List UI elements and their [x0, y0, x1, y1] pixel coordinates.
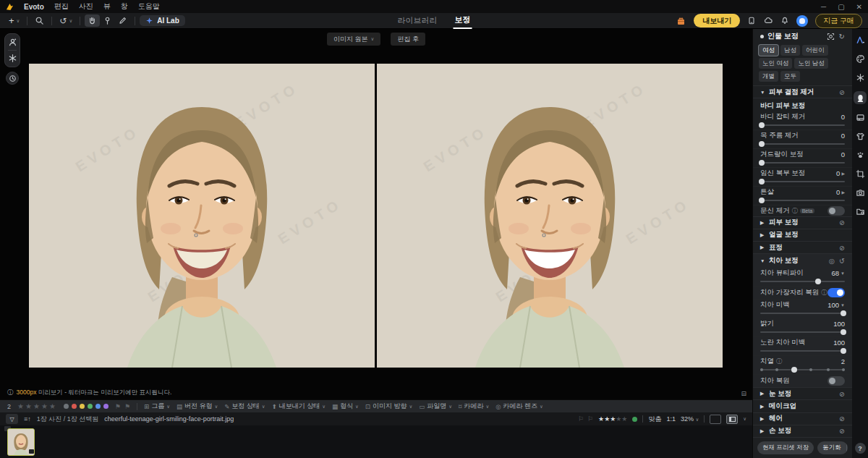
close-button[interactable]: ✕ — [856, 3, 862, 11]
manual-edit-icon[interactable]: ⊘ — [839, 390, 845, 398]
filter-group[interactable]: ⊞그룹∨ — [144, 402, 170, 411]
section-teeth[interactable]: ▼ 치아 보정 ◎↺ — [753, 253, 852, 268]
ai-lab-button[interactable]: AI Lab — [140, 15, 185, 26]
manual-edit-icon[interactable]: ⊘ — [839, 88, 845, 96]
menu-view[interactable]: 뷰 — [103, 1, 111, 12]
fit-button[interactable]: 맞춤 — [648, 415, 661, 424]
panel-toggle-icon[interactable]: ⊟ — [741, 390, 746, 397]
sort-button[interactable]: ≡↑ — [24, 415, 31, 423]
ai-tools-icon[interactable] — [855, 35, 866, 46]
zoom-level-select[interactable]: 32% ∨ — [681, 415, 699, 423]
stepped-slider-control[interactable] — [760, 367, 845, 373]
filter-format[interactable]: ▦형식∨ — [332, 402, 359, 411]
texture-mesh-icon[interactable] — [8, 54, 17, 63]
tag-all[interactable]: 모두 — [780, 71, 800, 82]
panel-reset-icon[interactable]: ↻ — [839, 33, 845, 41]
photo-before[interactable]: EVOTO EVOTO EVOTO EVOTO — [29, 64, 375, 368]
filter-camera[interactable]: ⌑카메라∨ — [459, 402, 489, 411]
tag-child[interactable]: 어린이 — [802, 45, 828, 56]
section-skin-blemish[interactable]: ▼ 피부 결점 제거 ⊘ — [753, 85, 852, 98]
user-avatar[interactable] — [796, 15, 808, 27]
manual-edit-icon[interactable]: ⊘ — [839, 244, 845, 252]
teeth-restore-toggle[interactable] — [827, 376, 845, 386]
portrait-panel-icon[interactable] — [854, 91, 867, 104]
slider-control[interactable] — [760, 179, 845, 185]
tag-female[interactable]: 여성 — [759, 45, 778, 56]
section-expression[interactable]: ▶ 표정 ⊘ — [753, 241, 852, 253]
cards-panel-icon[interactable] — [855, 112, 866, 123]
slider-control[interactable] — [760, 348, 845, 354]
slider-control[interactable] — [760, 279, 845, 284]
star-rating-filter[interactable]: ★★★★★ — [17, 402, 57, 410]
slider-control[interactable] — [760, 122, 845, 128]
tag-elderly-male[interactable]: 노인 남성 — [794, 58, 827, 69]
slider-control[interactable] — [760, 198, 845, 203]
brush-tool-button[interactable] — [115, 14, 130, 27]
portrait-adjust-icon[interactable] — [8, 38, 17, 47]
search-button[interactable] — [32, 14, 47, 27]
ratio-button[interactable]: 1:1 — [666, 415, 676, 423]
single-view-button[interactable] — [710, 415, 721, 424]
pin-tool-button[interactable] — [100, 14, 115, 27]
tag-elderly-female[interactable]: 노인 여성 — [759, 58, 792, 69]
teeth-edge-restore-toggle[interactable] — [827, 288, 845, 297]
menu-photo[interactable]: 사진 — [79, 1, 93, 12]
face-detect-icon[interactable] — [827, 33, 835, 41]
tattoo-removal-toggle[interactable] — [827, 206, 845, 216]
color-label-filter[interactable] — [64, 404, 109, 409]
promo-gift-icon[interactable] — [676, 16, 686, 26]
menu-help[interactable]: 도움말 — [138, 1, 160, 12]
paw-icon[interactable] — [855, 150, 866, 161]
section-makeup[interactable]: ▶ 메이크업 — [753, 399, 852, 412]
sync-button[interactable]: 동기화 ⚙ — [817, 441, 848, 454]
before-view-selector[interactable]: 이미지 원본∨ — [327, 33, 380, 46]
section-skin-retouch[interactable]: ▶ 피부 보정 ⊘ — [753, 216, 852, 229]
menu-edit[interactable]: 편집 — [54, 1, 69, 12]
filter-filename[interactable]: ▭파일명∨ — [419, 402, 452, 411]
minimize-button[interactable]: ─ — [821, 3, 826, 11]
tab-retouch[interactable]: 보정 — [454, 12, 472, 29]
photo-flags[interactable]: ⚐⚐ — [578, 415, 593, 423]
section-face-retouch[interactable]: ▶ 얼굴 보정 — [753, 229, 852, 241]
after-view-label[interactable]: 편집 후 — [391, 33, 425, 46]
folder-export-icon[interactable] — [855, 206, 866, 217]
manual-edit-icon[interactable]: ⊘ — [839, 219, 845, 226]
history-clock-button[interactable] — [6, 72, 19, 85]
device-card-icon[interactable] — [747, 16, 756, 25]
filter-retouch-status[interactable]: ✎보정 상태∨ — [224, 402, 265, 411]
compare-view-button[interactable] — [726, 415, 738, 424]
clothing-icon[interactable] — [855, 131, 866, 142]
save-preset-button[interactable]: 현재 프리셋 저장 — [757, 441, 814, 454]
funnel-filter-button[interactable]: ▽ — [6, 414, 18, 424]
color-palette-icon[interactable] — [855, 54, 866, 64]
manual-edit-icon[interactable]: ⊘ — [839, 427, 845, 435]
undo-button[interactable]: ↺∨ — [56, 14, 75, 27]
filter-export-status[interactable]: ⬆내보내기 상태∨ — [272, 402, 326, 411]
hand-tool-button[interactable] — [85, 14, 100, 27]
buy-now-button[interactable]: 지금 구매 — [815, 14, 862, 28]
slider-control[interactable] — [760, 310, 845, 316]
slider-control[interactable] — [760, 141, 845, 147]
reset-icon[interactable]: ↺ — [839, 257, 845, 265]
tag-individual[interactable]: 개별 — [759, 71, 778, 82]
photo-after[interactable]: EVOTO EVOTO EVOTO EVOTO — [377, 64, 723, 368]
menu-window[interactable]: 창 — [121, 1, 128, 12]
maximize-button[interactable]: ▢ — [838, 3, 844, 11]
view-mode-caret[interactable]: ∨ — [743, 416, 746, 422]
crop-icon[interactable] — [855, 169, 866, 179]
slider-control[interactable] — [760, 329, 845, 335]
sync-settings-icon[interactable]: ⚙ — [846, 442, 848, 454]
target-icon[interactable]: ◎ — [829, 257, 835, 265]
filter-camera-lens[interactable]: ◎카메라 렌즈∨ — [495, 402, 543, 411]
texture-mesh-icon[interactable] — [855, 72, 866, 83]
manual-edit-icon[interactable]: ⊘ — [839, 415, 845, 423]
cloud-icon[interactable] — [763, 16, 773, 25]
photo-star-rating[interactable]: ★★★★★ — [598, 415, 627, 423]
flag-filter[interactable]: ⚑⚑ — [115, 403, 130, 410]
slider-control[interactable] — [760, 160, 845, 166]
tab-library[interactable]: 라이브러리 — [396, 13, 439, 28]
bell-icon[interactable] — [780, 16, 789, 25]
add-button[interactable]: +∨ — [6, 14, 22, 27]
export-button[interactable]: 내보내기 — [694, 14, 740, 27]
camera-icon[interactable] — [855, 187, 866, 198]
